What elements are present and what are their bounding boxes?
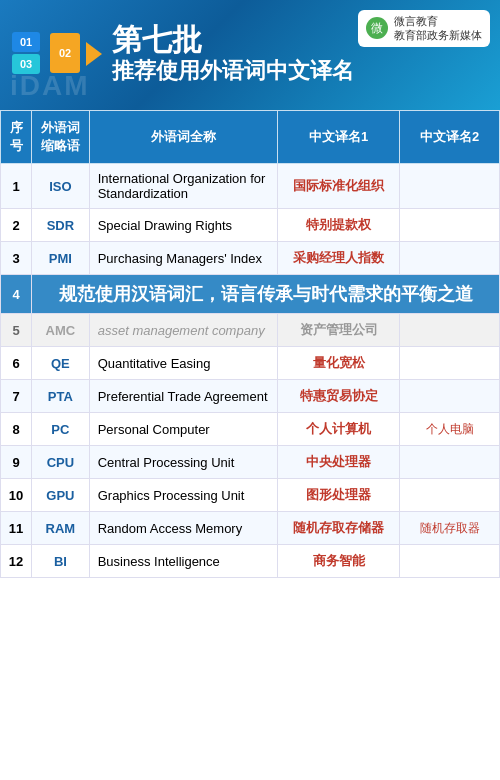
cell-seq: 6: [1, 347, 32, 380]
cell-cn2: 个人电脑: [400, 413, 500, 446]
dam-watermark: iDAM: [10, 70, 90, 102]
cell-cn2: [400, 479, 500, 512]
table-row: 9CPUCentral Processing Unit中央处理器: [1, 446, 500, 479]
cell-cn1: 随机存取存储器: [278, 512, 400, 545]
cell-seq: 5: [1, 314, 32, 347]
logo-icon: 微: [366, 17, 388, 39]
cell-cn1: 中央处理器: [278, 446, 400, 479]
cell-seq: 10: [1, 479, 32, 512]
table-row: 5AMCasset management company资产管理公司: [1, 314, 500, 347]
table-row: 1ISOInternational Organization for Stand…: [1, 164, 500, 209]
table-row: 11RAMRandom Access Memory随机存取存储器随机存取器: [1, 512, 500, 545]
cell-cn1: 图形处理器: [278, 479, 400, 512]
cell-cn1: 量化宽松: [278, 347, 400, 380]
cell-abbr: GPU: [32, 479, 90, 512]
cell-seq: 1: [1, 164, 32, 209]
cell-cn1: 个人计算机: [278, 413, 400, 446]
cell-cn1: 特别提款权: [278, 209, 400, 242]
cell-full: International Organization for Standardi…: [89, 164, 278, 209]
table-row: 4规范使用汉语词汇，语言传承与时代需求的平衡之道: [1, 275, 500, 314]
cell-full: Business Intelligence: [89, 545, 278, 578]
overlay-text: 规范使用汉语词汇，语言传承与时代需求的平衡之道: [32, 275, 500, 314]
cell-seq: 11: [1, 512, 32, 545]
table-row: 2SDRSpecial Drawing Rights特别提款权: [1, 209, 500, 242]
overlay-seq: 4: [1, 275, 32, 314]
cell-abbr: PMI: [32, 242, 90, 275]
cell-abbr: RAM: [32, 512, 90, 545]
table-body: 1ISOInternational Organization for Stand…: [1, 164, 500, 578]
logo-name: 微言教育: [394, 15, 438, 27]
main-table-wrapper: 序号 外语词缩略语 外语词全称 中文译名1 中文译名2 1ISOInternat…: [0, 110, 500, 578]
page-header: 微 微言教育 教育部政务新媒体 01 03 02 第七批 推荐使用外语词中文译名…: [0, 0, 500, 110]
table-row: 7PTAPreferential Trade Agreement特惠贸易协定: [1, 380, 500, 413]
cell-cn2: [400, 347, 500, 380]
cell-cn1: 特惠贸易协定: [278, 380, 400, 413]
table-row: 12BIBusiness Intelligence商务智能: [1, 545, 500, 578]
cell-full: Preferential Trade Agreement: [89, 380, 278, 413]
cell-full: Purchasing Managers' Index: [89, 242, 278, 275]
cell-seq: 2: [1, 209, 32, 242]
cell-abbr: CPU: [32, 446, 90, 479]
header-title: 第七批 推荐使用外语词中文译名: [112, 22, 354, 84]
table-row: 3PMIPurchasing Managers' Index采购经理人指数: [1, 242, 500, 275]
cell-seq: 7: [1, 380, 32, 413]
col-header-seq: 序号: [1, 111, 32, 164]
cell-cn1: 商务智能: [278, 545, 400, 578]
cell-cn2: [400, 209, 500, 242]
title-line2: 推荐使用外语词中文译名: [112, 58, 354, 84]
col-header-abbr: 外语词缩略语: [32, 111, 90, 164]
cell-cn1: 采购经理人指数: [278, 242, 400, 275]
cell-abbr: QE: [32, 347, 90, 380]
cell-full: Personal Computer: [89, 413, 278, 446]
logo-block: 微 微言教育 教育部政务新媒体: [358, 10, 490, 47]
title-line1: 第七批: [112, 22, 354, 58]
data-table: 序号 外语词缩略语 外语词全称 中文译名1 中文译名2 1ISOInternat…: [0, 110, 500, 578]
table-header: 序号 外语词缩略语 外语词全称 中文译名1 中文译名2: [1, 111, 500, 164]
cell-abbr: AMC: [32, 314, 90, 347]
table-row: 8PCPersonal Computer个人计算机个人电脑: [1, 413, 500, 446]
cell-full: Quantitative Easing: [89, 347, 278, 380]
cell-cn2: [400, 380, 500, 413]
cell-seq: 8: [1, 413, 32, 446]
logo-text: 微言教育 教育部政务新媒体: [394, 14, 482, 43]
cell-full: Central Processing Unit: [89, 446, 278, 479]
cell-abbr: PTA: [32, 380, 90, 413]
cell-full: Random Access Memory: [89, 512, 278, 545]
cell-seq: 12: [1, 545, 32, 578]
cell-cn2: [400, 545, 500, 578]
arrow-icon: [86, 42, 102, 66]
cell-cn2: 随机存取器: [400, 512, 500, 545]
cell-full: asset management company: [89, 314, 278, 347]
col-header-cn2: 中文译名2: [400, 111, 500, 164]
cell-abbr: BI: [32, 545, 90, 578]
cell-seq: 9: [1, 446, 32, 479]
cell-cn2: [400, 446, 500, 479]
num-02: 02: [50, 33, 80, 73]
batch-numbers: 01 03: [12, 32, 40, 74]
cell-abbr: ISO: [32, 164, 90, 209]
col-header-cn1: 中文译名1: [278, 111, 400, 164]
cell-cn1: 资产管理公司: [278, 314, 400, 347]
table-row: 10GPUGraphics Processing Unit图形处理器: [1, 479, 500, 512]
col-header-full: 外语词全称: [89, 111, 278, 164]
cell-full: Graphics Processing Unit: [89, 479, 278, 512]
cell-cn2: [400, 164, 500, 209]
cell-abbr: PC: [32, 413, 90, 446]
cell-abbr: SDR: [32, 209, 90, 242]
cell-full: Special Drawing Rights: [89, 209, 278, 242]
cell-cn2: [400, 242, 500, 275]
table-row: 6QEQuantitative Easing量化宽松: [1, 347, 500, 380]
logo-sub: 教育部政务新媒体: [394, 29, 482, 41]
cell-seq: 3: [1, 242, 32, 275]
cell-cn2: [400, 314, 500, 347]
cell-cn1: 国际标准化组织: [278, 164, 400, 209]
num-01: 01: [12, 32, 40, 52]
